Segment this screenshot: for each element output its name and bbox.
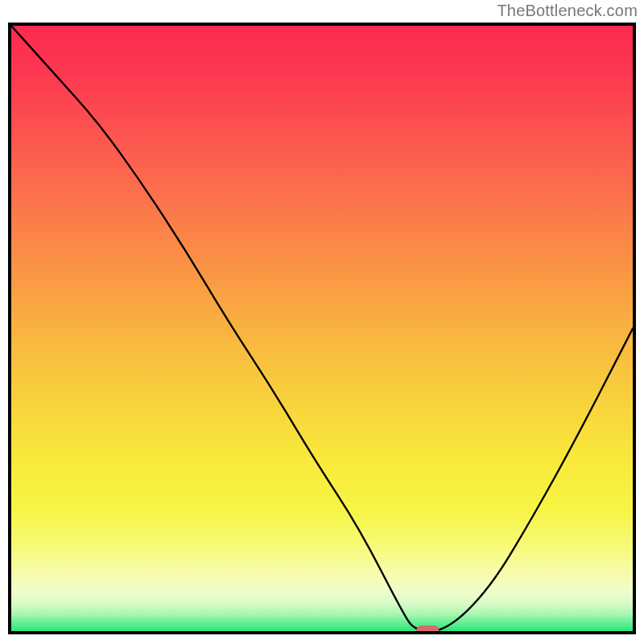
plot-area (8, 23, 636, 634)
attribution-text: TheBottleneck.com (497, 2, 638, 20)
gradient-background (11, 26, 633, 631)
marker-point (416, 625, 439, 631)
chart-svg (11, 26, 633, 631)
chart-container: TheBottleneck.com (0, 0, 644, 644)
